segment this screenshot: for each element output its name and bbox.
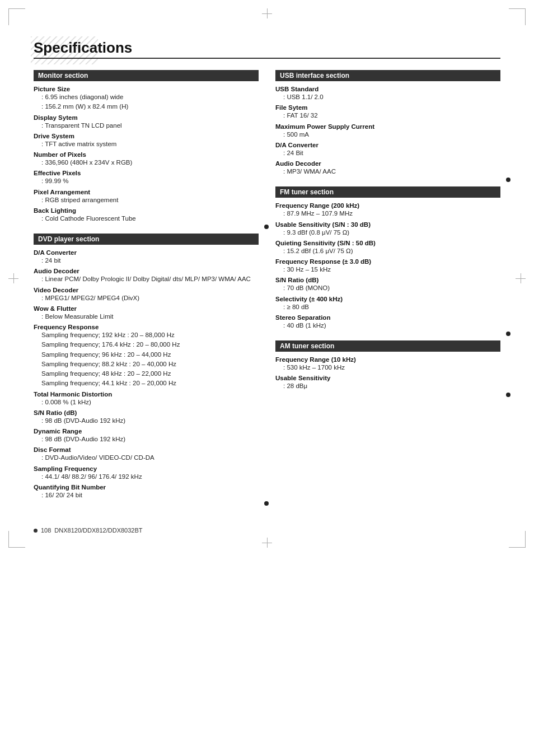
spec-item: File Sytem: FAT 16/ 32 xyxy=(275,104,500,120)
spec-label: Frequency Response xyxy=(34,324,259,330)
spec-item: Sampling Frequency: 44.1/ 48/ 88.2/ 96/ … xyxy=(34,465,259,482)
spec-value: : DVD-Audio/Video/ VIDEO-CD/ CD-DA xyxy=(34,453,259,463)
spec-label: Dynamic Range xyxy=(34,428,259,435)
spec-value: : TFT active matrix system xyxy=(34,139,259,149)
spec-item: Effective Pixels: 99.99 % xyxy=(34,170,259,186)
spec-label: Drive System xyxy=(34,133,259,139)
spec-label: Quantifying Bit Number xyxy=(34,484,259,491)
spec-item: Picture Size: 6.95 inches (diagonal) wid… xyxy=(34,86,259,112)
spec-value: Sampling frequency; 192 kHz : 20 – 88,00… xyxy=(34,330,259,340)
spec-value: : 44.1/ 48/ 88.2/ 96/ 176.4/ 192 kHz xyxy=(34,472,259,482)
left-column: Monitor section Picture Size: 6.95 inche… xyxy=(34,70,259,510)
spec-label: Picture Size xyxy=(34,86,259,92)
fm-items: Frequency Range (200 kHz): 87.9 MHz – 10… xyxy=(275,202,500,330)
spec-item: Dynamic Range: 98 dB (DVD-Audio 192 kHz) xyxy=(34,428,259,444)
spec-label: D/A Converter xyxy=(34,249,259,256)
spec-value: : 70 dB (MONO) xyxy=(275,283,500,293)
am-bullet xyxy=(506,393,510,397)
spec-item: Frequency ResponseSampling frequency; 19… xyxy=(34,324,259,389)
spec-label: Wow & Flutter xyxy=(34,305,259,312)
spec-item: Back Lighting: Cold Cathode Fluorescent … xyxy=(34,207,259,223)
spec-item: USB Standard: USB 1.1/ 2.0 xyxy=(275,86,500,102)
spec-label: Number of Pixels xyxy=(34,151,259,158)
spec-value: Sampling frequency; 44.1 kHz : 20 – 20,0… xyxy=(34,379,259,388)
spec-value: Sampling frequency; 88.2 kHz : 20 – 40,0… xyxy=(34,360,259,369)
monitor-bullet xyxy=(264,225,269,229)
spec-item: Number of Pixels: 336,960 (480H x 234V x… xyxy=(34,151,259,167)
spec-value: : Transparent TN LCD panel xyxy=(34,121,259,130)
usb-items: USB Standard: USB 1.1/ 2.0File Sytem: FA… xyxy=(275,86,500,176)
right-column: USB interface section USB Standard: USB … xyxy=(275,70,500,510)
spec-label: Selectivity (± 400 kHz) xyxy=(275,296,500,302)
spec-value: : 24 Bit xyxy=(275,148,500,158)
spec-value: : 9.3 dBf (0.8 μV/ 75 Ω) xyxy=(275,228,500,237)
spec-item: Video Decoder: MPEG1/ MPEG2/ MPEG4 (DivX… xyxy=(34,287,259,303)
spec-label: Usable Sensitivity xyxy=(275,375,500,381)
spec-value: : 336,960 (480H x 234V x RGB) xyxy=(34,158,259,167)
spec-value: : USB 1.1/ 2.0 xyxy=(275,92,500,102)
spec-label: Video Decoder xyxy=(34,287,259,293)
am-items: Frequency Range (10 kHz): 530 kHz – 1700… xyxy=(275,356,500,391)
dvd-items: D/A Converter: 24 bitAudio Decoder: Line… xyxy=(34,249,259,500)
am-section: AM tuner section Frequency Range (10 kHz… xyxy=(275,340,500,391)
footer: 108 DNX8120/DDX812/DDX8032BT xyxy=(34,527,500,534)
spec-value: : Below Measurable Limit xyxy=(34,312,259,321)
fm-section-header: FM tuner section xyxy=(275,186,500,198)
spec-item: Display Sytem: Transparent TN LCD panel xyxy=(34,114,259,130)
am-section-header: AM tuner section xyxy=(275,340,500,352)
spec-value: : FAT 16/ 32 xyxy=(275,111,500,120)
spec-label: Frequency Range (10 kHz) xyxy=(275,356,500,363)
spec-item: Quieting Sensitivity (S/N : 50 dB): 15.2… xyxy=(275,240,500,256)
spec-value: : 500 mA xyxy=(275,130,500,139)
spec-value: : Linear PCM/ Dolby Prologic II/ Dolby D… xyxy=(34,274,259,284)
fm-section: FM tuner section Frequency Range (200 kH… xyxy=(275,186,500,330)
fm-bullet xyxy=(506,332,510,336)
spec-value: : MPEG1/ MPEG2/ MPEG4 (DivX) xyxy=(34,293,259,303)
page-title-section: Specifications xyxy=(34,39,500,59)
spec-label: Effective Pixels xyxy=(34,170,259,176)
spec-item: D/A Converter: 24 bit xyxy=(34,249,259,265)
spec-value: : 87.9 MHz – 107.9 MHz xyxy=(275,209,500,218)
spec-value: Sampling frequency; 176.4 kHz : 20 – 80,… xyxy=(34,340,259,349)
spec-item: Wow & Flutter: Below Measurable Limit xyxy=(34,305,259,321)
spec-value: : MP3/ WMA/ AAC xyxy=(275,167,500,176)
spec-value: Sampling frequency; 48 kHz : 20 – 22,000… xyxy=(34,369,259,379)
spec-item: Disc Format: DVD-Audio/Video/ VIDEO-CD/ … xyxy=(34,446,259,463)
monitor-items: Picture Size: 6.95 inches (diagonal) wid… xyxy=(34,86,259,223)
footer-model: DNX8120/DDX812/DDX8032BT xyxy=(54,527,142,534)
spec-label: Pixel Arrangement xyxy=(34,189,259,195)
spec-label: Stereo Separation xyxy=(275,314,500,321)
spec-item: Pixel Arrangement: RGB striped arrangeme… xyxy=(34,189,259,205)
spec-label: Back Lighting xyxy=(34,207,259,214)
spec-value: : 40 dB (1 kHz) xyxy=(275,321,500,330)
spec-value: : 530 kHz – 1700 kHz xyxy=(275,363,500,372)
spec-value: : 15.2 dBf (1.6 μV/ 75 Ω) xyxy=(275,246,500,256)
spec-value: : ≥ 80 dB xyxy=(275,302,500,312)
spec-label: Usable Sensitivity (S/N : 30 dB) xyxy=(275,221,500,228)
spec-value: : 98 dB (DVD-Audio 192 kHz) xyxy=(34,435,259,444)
spec-label: Sampling Frequency xyxy=(34,465,259,472)
spec-item: Frequency Response (± 3.0 dB): 30 Hz – 1… xyxy=(275,258,500,274)
spec-item: Total Harmonic Distortion: 0.008 % (1 kH… xyxy=(34,391,259,407)
spec-item: Usable Sensitivity: 28 dBμ xyxy=(275,375,500,391)
spec-label: S/N Ratio (dB) xyxy=(275,277,500,283)
spec-item: Selectivity (± 400 kHz): ≥ 80 dB xyxy=(275,296,500,312)
footer-dot xyxy=(34,529,38,533)
spec-label: Frequency Response (± 3.0 dB) xyxy=(275,258,500,265)
monitor-section: Monitor section Picture Size: 6.95 inche… xyxy=(34,70,259,223)
footer-page-number: 108 xyxy=(41,527,51,534)
spec-label: Display Sytem xyxy=(34,114,259,121)
spec-item: Audio Decoder: MP3/ WMA/ AAC xyxy=(275,160,500,176)
spec-label: Disc Format xyxy=(34,446,259,453)
spec-item: Usable Sensitivity (S/N : 30 dB): 9.3 dB… xyxy=(275,221,500,237)
spec-item: D/A Converter: 24 Bit xyxy=(275,142,500,158)
spec-item: S/N Ratio (dB): 70 dB (MONO) xyxy=(275,277,500,293)
dvd-section: DVD player section D/A Converter: 24 bit… xyxy=(34,234,259,500)
spec-value: : 0.008 % (1 kHz) xyxy=(34,398,259,407)
spec-item: Frequency Range (10 kHz): 530 kHz – 1700… xyxy=(275,356,500,372)
spec-item: Maximum Power Supply Current: 500 mA xyxy=(275,123,500,139)
dvd-section-header: DVD player section xyxy=(34,234,259,245)
spec-value: : 24 bit xyxy=(34,256,259,265)
spec-value: Sampling frequency; 96 kHz : 20 – 44,000… xyxy=(34,350,259,360)
spec-label: File Sytem xyxy=(275,104,500,111)
